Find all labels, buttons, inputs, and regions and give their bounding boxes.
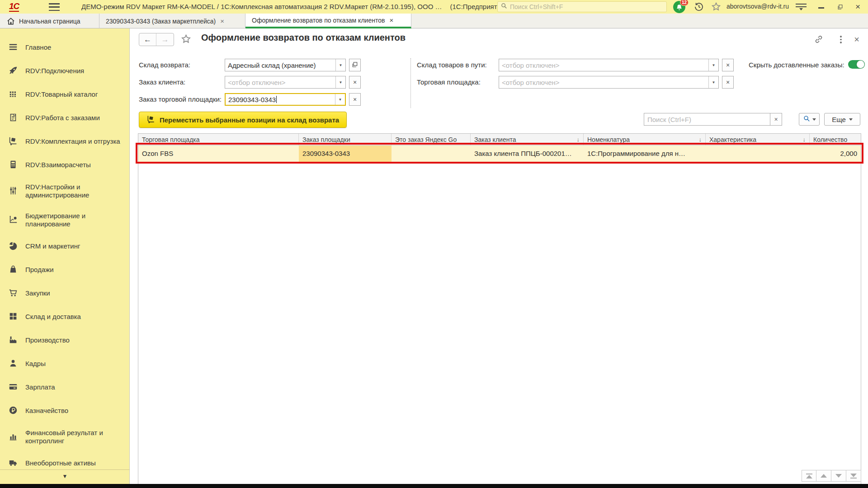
tab-close-icon[interactable]: ×: [389, 16, 393, 24]
history-button[interactable]: [693, 1, 704, 12]
sidebar-item-sklad-i-dostavka[interactable]: Склад и доставка: [0, 305, 129, 328]
chevron-down-icon[interactable]: ▼: [335, 94, 345, 105]
open-warehouse-button[interactable]: [349, 59, 361, 71]
forward-button[interactable]: →: [156, 33, 174, 46]
clear-search-button[interactable]: ×: [770, 113, 782, 126]
column-header-characteristic[interactable]: Характеристика↓: [706, 134, 810, 145]
cell-yandex-go[interactable]: [392, 145, 471, 162]
sidebar-item-kadry[interactable]: Кадры: [0, 352, 129, 375]
page-title: Оформление возвратов по отказам клиентов: [201, 33, 406, 43]
move-to-return-warehouse-button[interactable]: Переместить выбранные позиции на склад в…: [139, 112, 347, 128]
card-icon: [8, 382, 19, 393]
sidebar-item-zarplata[interactable]: Зарплата: [0, 375, 129, 399]
sidebar-items: Главное RDV:Подключения RDV:Товарный кат…: [0, 36, 129, 475]
table-search-input[interactable]: [644, 113, 770, 126]
chevron-down-icon[interactable]: ▼: [335, 76, 345, 88]
transit-warehouse-combo[interactable]: <отбор отключен> ▼: [499, 59, 719, 71]
section-sidebar: Главное RDV:Подключения RDV:Товарный кат…: [0, 28, 130, 484]
filter-transit-warehouse: <отбор отключен> ▼ ×: [499, 59, 734, 71]
user-menu-icon[interactable]: [796, 4, 807, 10]
customer-order-combo[interactable]: <отбор отключен> ▼: [225, 76, 346, 89]
row-navigation-group: [802, 470, 861, 482]
cell-customer-order[interactable]: Заказ клиента ППЦБ-000201…: [471, 145, 584, 162]
cart-icon: [8, 288, 19, 299]
column-header-order-number[interactable]: Заказ площадки: [299, 134, 392, 145]
clear-marketplace-button[interactable]: ×: [722, 76, 734, 89]
text-caret: [276, 96, 277, 103]
tab-returns-active[interactable]: Оформление возвратов по отказам клиентов…: [245, 14, 411, 28]
marketplace-combo[interactable]: <отбор отключен> ▼: [499, 76, 719, 89]
window-close-button[interactable]: ×: [855, 1, 860, 13]
ruble-icon: [8, 405, 19, 416]
column-header-customer-order[interactable]: Заказ клиента↓: [471, 134, 584, 145]
sidebar-item-kaznacheystvo[interactable]: Казначейство: [0, 399, 129, 422]
go-next-row-button[interactable]: [831, 470, 846, 482]
sidebar-item-zakupki[interactable]: Закупки: [0, 282, 129, 305]
global-search-box[interactable]: [497, 1, 667, 12]
maximize-button[interactable]: [837, 4, 844, 10]
go-prev-row-button[interactable]: [816, 470, 831, 482]
cell-characteristic[interactable]: [706, 145, 810, 162]
tab-home[interactable]: Начальная страница: [0, 14, 99, 28]
sidebar-item-prodazhi[interactable]: Продажи: [0, 258, 129, 282]
column-header-quantity[interactable]: Количество: [810, 134, 861, 145]
link-icon: [814, 38, 824, 46]
orders-icon: [8, 113, 19, 123]
user-account[interactable]: aborovtsova@rdv-it.ru: [726, 3, 789, 10]
back-button[interactable]: ←: [139, 33, 156, 46]
sidebar-item-rdv-komplektatsiya-i-otgruzka[interactable]: RDV:Комплектация и отгрузка: [0, 130, 129, 153]
go-last-row-button[interactable]: [846, 470, 861, 482]
clear-marketplace-order-button[interactable]: ×: [349, 93, 361, 106]
window-title: ДЕМО-режим RDV Маркет RM-KA-MODEL / 1С:К…: [81, 3, 507, 10]
sidebar-scroll-down[interactable]: ▼: [0, 469, 130, 480]
chevron-down-icon[interactable]: ▼: [708, 59, 718, 71]
cell-order-number[interactable]: 23090343-0343: [299, 145, 392, 162]
column-header-yandex-go[interactable]: Это заказ Яндекс Go: [392, 134, 471, 145]
table-row-selected[interactable]: Ozon FBS 23090343-0343 Заказ клиента ППЦ…: [138, 145, 861, 162]
filter-customer-order: <отбор отключен> ▼ ×: [225, 76, 361, 89]
sidebar-item-finansovy-rezultat-i-kontrolling[interactable]: Финансовый результат и контроллинг: [0, 422, 129, 451]
search-settings-button[interactable]: [799, 113, 820, 126]
sidebar-item-rdv-rabota-s-zakazami[interactable]: RDV:Работа с заказами: [0, 106, 129, 130]
clear-customer-order-button[interactable]: ×: [349, 76, 361, 89]
tab-marketplace-order[interactable]: 23090343-0343 (Заказ маркетплейса) ×: [99, 14, 245, 28]
chevron-down-icon[interactable]: ▼: [708, 76, 718, 88]
go-first-row-button[interactable]: [802, 470, 816, 482]
sidebar-item-rdv-vzaimoraschety[interactable]: RDV:Взаиморасчеты: [0, 153, 129, 177]
chevron-down-icon[interactable]: ▼: [335, 59, 345, 71]
global-search-input[interactable]: [510, 3, 655, 10]
sidebar-item-rdv-tovarny-katalog[interactable]: RDV:Товарный каталог: [0, 83, 129, 106]
marketplace-order-combo[interactable]: 23090343-0343 ▼: [225, 93, 346, 106]
main-menu-icon[interactable]: [49, 3, 60, 11]
bottom-black-bar: [0, 484, 868, 488]
get-link-button[interactable]: [814, 34, 826, 46]
warehouse-return-value: Адресный склад (хранение): [225, 59, 335, 71]
notifications-button[interactable]: 12: [673, 1, 685, 13]
sidebar-item-glavnoe[interactable]: Главное: [0, 36, 129, 59]
chevron-down-icon: [812, 118, 816, 121]
tab-close-icon[interactable]: ×: [220, 17, 224, 25]
kebab-menu-icon[interactable]: [835, 34, 847, 46]
form-close-button[interactable]: ×: [851, 34, 863, 46]
cell-nomenclature[interactable]: 1С:Программирование для н…: [584, 145, 706, 162]
favorites-button[interactable]: [711, 1, 722, 12]
search-icon: [803, 115, 811, 124]
transit-warehouse-placeholder: <отбор отключен>: [499, 59, 708, 71]
sidebar-item-crm-i-marketing[interactable]: CRM и маркетинг: [0, 235, 129, 258]
add-favorite-button[interactable]: [180, 33, 192, 45]
minimize-button[interactable]: [818, 7, 824, 9]
hide-delivered-toggle[interactable]: [848, 60, 865, 69]
sidebar-item-proizvodstvo[interactable]: Производство: [0, 328, 129, 352]
sidebar-item-rdv-podklyucheniya[interactable]: RDV:Подключения: [0, 59, 129, 83]
person-icon: [8, 358, 19, 369]
column-header-nomenclature[interactable]: Номенклатура↓: [584, 134, 706, 145]
sidebar-item-byudzhetirovanie-i-planirovanie[interactable]: Бюджетирование и планирование: [0, 206, 129, 235]
triangle-up-icon: [821, 474, 827, 478]
clear-transit-warehouse-button[interactable]: ×: [722, 59, 734, 71]
cell-marketplace[interactable]: Ozon FBS: [138, 145, 299, 162]
cell-quantity[interactable]: 2,000: [810, 145, 861, 162]
more-button[interactable]: Еще: [824, 113, 860, 126]
warehouse-return-combo[interactable]: Адресный склад (хранение) ▼: [225, 59, 346, 71]
column-header-marketplace[interactable]: Торговая площадка: [138, 134, 299, 145]
sidebar-item-rdv-nastroyki-i-administrirovanie[interactable]: RDV:Настройки и администрирование: [0, 177, 129, 206]
